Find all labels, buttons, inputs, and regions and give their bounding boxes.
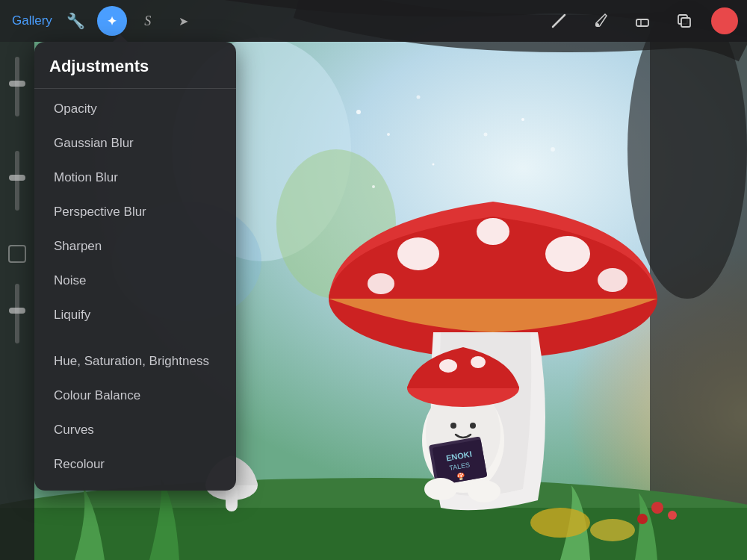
svg-point-42 [433,164,435,166]
svg-line-44 [553,15,565,27]
eraser-tool-button[interactable] [627,6,657,36]
send-icon: ➤ [179,14,188,28]
svg-point-19 [368,273,394,294]
flow-slider[interactable] [15,284,19,343]
divider-1 [34,88,236,89]
left-sidebar [0,42,34,560]
svg-rect-49 [681,18,690,27]
menu-item-colour-balance[interactable]: Colour Balance [39,379,232,413]
svg-point-39 [521,118,524,121]
menu-item-hue-sat-bright[interactable]: Hue, Saturation, Brightness [39,344,232,379]
svg-point-37 [387,133,390,136]
panel-title: Adjustments [34,42,236,88]
menu-item-motion-blur[interactable]: Motion Blur [39,161,232,195]
menu-item-sharpen[interactable]: Sharpen [39,229,232,264]
section-gap [34,332,236,344]
layers-icon [675,12,693,30]
brush-icon [592,12,610,30]
wrench-button[interactable]: 🔧 [61,6,91,36]
svg-point-33 [468,480,500,503]
svg-point-22 [450,423,456,429]
svg-point-12 [668,511,677,520]
magic-button[interactable]: ✦ [97,6,127,36]
svg-point-15 [397,237,439,270]
brush-tool-button[interactable] [586,6,616,36]
svg-point-11 [651,502,663,514]
svg-point-45 [595,23,599,27]
svg-point-25 [439,359,457,373]
svg-point-9 [530,508,590,538]
layers-button[interactable] [669,6,699,36]
svg-point-18 [598,268,627,292]
menu-item-opacity[interactable]: Opacity [39,92,232,126]
eraser-icon [633,12,651,30]
svg-point-38 [417,96,421,99]
svg-point-36 [356,110,361,114]
svg-point-16 [477,218,509,245]
magic-icon: ✦ [107,14,117,28]
svg-point-40 [551,147,555,152]
send-button[interactable]: ➤ [169,6,199,36]
toolbar-left: Gallery 🔧 ✦ S ➤ [9,6,541,36]
gallery-button[interactable]: Gallery [9,7,55,34]
svg-point-10 [590,519,635,541]
wrench-icon: 🔧 [66,12,85,30]
svg-point-17 [545,236,590,272]
svg-point-26 [471,356,486,368]
svg-point-23 [470,423,476,429]
svg-rect-8 [0,508,747,560]
menu-item-gaussian-blur[interactable]: Gaussian Blur [39,126,232,161]
smudge-icon: S [144,13,151,29]
opacity-slider[interactable] [15,57,19,116]
size-slider[interactable] [15,151,19,211]
svg-point-43 [484,133,488,137]
svg-rect-46 [636,19,648,26]
menu-item-liquify[interactable]: Liquify [39,298,232,332]
pen-icon [550,12,568,30]
color-button[interactable] [711,7,738,34]
toolbar: Gallery 🔧 ✦ S ➤ [0,0,747,42]
menu-item-curves[interactable]: Curves [39,413,232,447]
layer-visibility-toggle[interactable] [8,245,26,263]
menu-item-perspective-blur[interactable]: Perspective Blur [39,195,232,229]
smudge-button[interactable]: S [133,6,163,36]
toolbar-right [544,6,738,36]
menu-item-recolour[interactable]: Recolour [39,447,232,482]
menu-item-noise[interactable]: Noise [39,264,232,298]
svg-point-13 [637,514,648,524]
svg-point-41 [372,185,375,188]
svg-point-32 [424,478,457,500]
pen-tool-button[interactable] [544,6,574,36]
adjustments-panel: Adjustments Opacity Gaussian Blur Motion… [34,42,236,491]
